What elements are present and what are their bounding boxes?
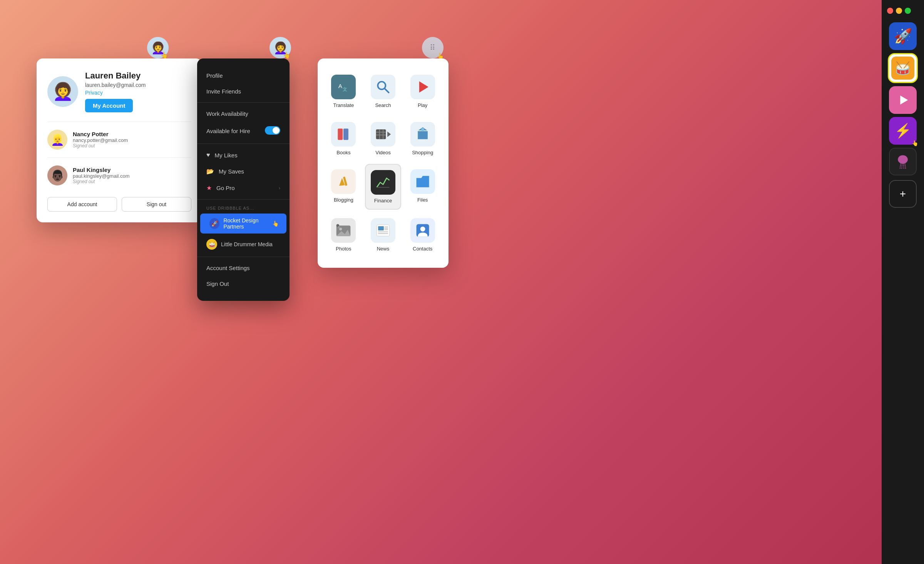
add-icon: + xyxy=(900,188,906,200)
my-likes-label: My Likes xyxy=(215,152,238,159)
drum-org-name: Little Drummer Media xyxy=(221,241,273,247)
app-translate[interactable]: A 文 Translate xyxy=(325,69,362,113)
invite-friends-label: Invite Friends xyxy=(206,88,241,95)
menu-item-profile[interactable]: Profile xyxy=(197,68,290,83)
traffic-light-yellow[interactable] xyxy=(896,8,902,14)
svg-rect-7 xyxy=(376,129,386,139)
paul-status: Signed out xyxy=(73,179,130,184)
sign-out-label: Sign Out xyxy=(206,280,229,287)
finance-icon xyxy=(371,170,395,195)
org-item-drum[interactable]: 🥁 Little Drummer Media xyxy=(197,235,290,254)
org-item-rocket[interactable]: 🚀 Rocket Design Partners 👆 xyxy=(200,214,286,234)
app-videos[interactable]: Videos xyxy=(365,117,402,161)
shopping-label: Shopping xyxy=(412,150,433,155)
heart-icon: ♥ xyxy=(206,152,210,159)
app-finance[interactable]: Finance xyxy=(365,164,402,210)
app-blogging[interactable]: Blogging xyxy=(325,164,362,210)
svg-line-35 xyxy=(900,164,901,169)
apps-grid-panel: A 文 Translate Search Play xyxy=(318,58,449,268)
svg-rect-5 xyxy=(338,128,343,140)
chevron-right-icon: › xyxy=(279,185,280,191)
contacts-icon xyxy=(410,218,435,243)
svg-line-3 xyxy=(385,89,389,93)
app-play[interactable]: Play xyxy=(404,69,441,113)
menu-item-available-for-hire[interactable]: Available for Hire xyxy=(197,122,290,140)
app-shopping[interactable]: Shopping xyxy=(404,117,441,161)
dribbble-trigger[interactable]: 👩‍🦱 👆 xyxy=(270,37,291,58)
traffic-light-green[interactable] xyxy=(905,8,911,14)
paul-info: Paul Kingsley paul.kingsley@gmail.com Si… xyxy=(73,167,130,184)
dock-icon-jellyfish[interactable] xyxy=(889,148,917,175)
svg-rect-6 xyxy=(343,128,348,140)
dock-icon-rocket[interactable]: 🚀 xyxy=(889,22,917,50)
secondary-user-paul[interactable]: 👨🏿 Paul Kingsley paul.kingsley@gmail.com… xyxy=(47,161,191,190)
privacy-link[interactable]: Privacy xyxy=(85,90,146,96)
primary-name: Lauren Bailey xyxy=(85,71,146,81)
nancy-email: nancy.potter@gmail.com xyxy=(73,137,128,143)
menu-divider-3 xyxy=(197,199,290,200)
menu-divider-2 xyxy=(197,144,290,144)
svg-marker-33 xyxy=(900,95,908,104)
traffic-light-red[interactable] xyxy=(887,8,893,14)
menu-item-invite-friends[interactable]: Invite Friends xyxy=(197,83,290,99)
action-buttons: Add account Sign out xyxy=(47,197,191,212)
app-books[interactable]: Books xyxy=(325,117,362,161)
svg-point-34 xyxy=(898,155,908,164)
svg-point-32 xyxy=(420,227,425,232)
dock-add-button[interactable]: + xyxy=(889,180,917,208)
dock-icon-bolt[interactable]: ⚡ 👆 xyxy=(889,117,917,145)
app-search[interactable]: Search xyxy=(365,69,402,113)
menu-item-sign-out[interactable]: Sign Out xyxy=(197,276,290,292)
contacts-label: Contacts xyxy=(413,246,432,252)
finance-label: Finance xyxy=(374,198,392,204)
work-availability-label: Work Availability xyxy=(206,110,248,117)
play-icon xyxy=(410,75,435,99)
news-icon xyxy=(371,218,395,243)
svg-rect-15 xyxy=(421,128,424,132)
svg-line-38 xyxy=(905,164,906,169)
photos-icon xyxy=(331,218,356,243)
my-saves-label: My Saves xyxy=(219,168,244,175)
available-for-hire-toggle[interactable] xyxy=(265,126,280,136)
files-icon xyxy=(410,169,435,194)
primary-info: Lauren Bailey lauren.bailey@gmail.com Pr… xyxy=(85,71,146,112)
apps-grid: A 文 Translate Search Play xyxy=(325,69,441,257)
sign-out-button[interactable]: Sign out xyxy=(122,197,191,212)
app-photos[interactable]: Photos xyxy=(325,213,362,257)
svg-line-36 xyxy=(902,164,902,169)
menu-item-my-saves[interactable]: 📂 My Saves xyxy=(197,163,290,180)
svg-line-37 xyxy=(904,164,904,169)
toggle-on[interactable] xyxy=(265,126,280,135)
menu-item-work-availability[interactable]: Work Availability xyxy=(197,106,290,122)
paul-avatar: 👨🏿 xyxy=(47,165,67,185)
dock-icon-video[interactable] xyxy=(889,86,917,114)
folder-icon: 📂 xyxy=(206,168,214,175)
files-label: Files xyxy=(417,197,428,203)
menu-divider-4 xyxy=(197,257,290,257)
star-icon: ★ xyxy=(206,184,212,192)
dribbble-menu-panel: Profile Invite Friends Work Availability… xyxy=(197,58,290,301)
divider-1 xyxy=(47,122,191,122)
secondary-user-nancy[interactable]: 👱‍♀️ Nancy Potter nancy.potter@gmail.com… xyxy=(47,125,191,154)
account-settings-label: Account Settings xyxy=(206,265,250,271)
books-label: Books xyxy=(336,150,350,155)
paul-email: paul.kingsley@gmail.com xyxy=(73,173,130,179)
my-account-button[interactable]: My Account xyxy=(85,99,133,112)
books-icon xyxy=(331,122,356,147)
app-news[interactable]: News xyxy=(365,213,402,257)
menu-item-account-settings[interactable]: Account Settings xyxy=(197,260,290,276)
svg-text:文: 文 xyxy=(343,87,348,92)
add-account-button[interactable]: Add account xyxy=(47,197,117,212)
app-files[interactable]: Files xyxy=(404,164,441,210)
use-dribbble-as-label: USE DRIBBBLE AS... xyxy=(197,203,290,214)
dock-icon-drum[interactable]: 🥁 xyxy=(888,53,918,83)
menu-item-go-pro[interactable]: ★ Go Pro › xyxy=(197,180,290,196)
app-contacts[interactable]: Contacts xyxy=(404,213,441,257)
menu-divider-1 xyxy=(197,102,290,103)
apps-trigger[interactable]: ⠿ 👆 xyxy=(422,37,444,58)
account-trigger[interactable]: 👩‍🦱 👆 xyxy=(147,37,169,58)
rocket-org-name: Rocket Design Partners xyxy=(223,217,277,230)
svg-marker-4 xyxy=(419,81,428,92)
svg-rect-25 xyxy=(378,226,384,230)
menu-item-my-likes[interactable]: ♥ My Likes xyxy=(197,147,290,163)
